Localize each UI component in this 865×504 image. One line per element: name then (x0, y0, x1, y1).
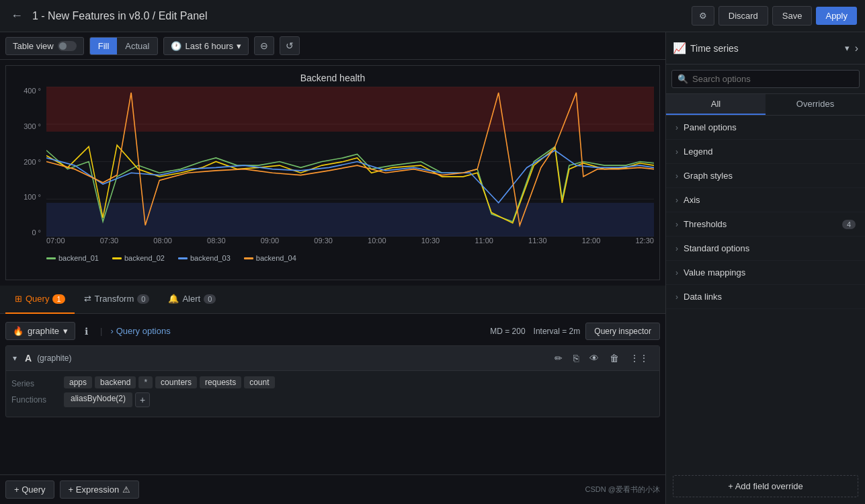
x-label-1130: 11:30 (528, 237, 547, 251)
tab-transform[interactable]: ⇄ Transform 0 (75, 286, 159, 314)
query-icon: ⊞ (15, 294, 22, 304)
x-label-0830: 08:30 (207, 237, 226, 251)
legend-dot-backend01 (46, 257, 56, 259)
query-editor-actions: ✏ ⎘ 👁 🗑 ⋮⋮ (550, 350, 653, 366)
chart-area: Backend health 400 ° 300 ° 200 ° 100 ° 0… (5, 65, 660, 280)
tag-asterisk[interactable]: * (138, 376, 153, 388)
query-delete-button[interactable]: 🗑 (606, 350, 623, 366)
series-row: Series apps backend * counters requests … (11, 376, 654, 388)
time-range-button[interactable]: 🕐 Last 6 hours ▾ (163, 37, 249, 55)
datasource-icon: 🔥 (13, 326, 24, 336)
refresh-button[interactable]: ↺ (280, 36, 300, 55)
option-panel-options[interactable]: › Panel options (666, 116, 865, 140)
add-query-button[interactable]: + Query (5, 480, 54, 499)
tab-query-label: Query (26, 294, 49, 304)
query-collapse-icon[interactable]: ▾ (13, 353, 17, 363)
graph-styles-label: Graph styles (684, 171, 733, 181)
md-label: MD = 200 (490, 327, 525, 336)
datasource-button[interactable]: 🔥 graphite ▾ (5, 322, 75, 340)
option-thresholds[interactable]: › Thresholds 4 (666, 212, 865, 237)
bottom-bar: + Query + Expression ⚠ CSDN @爱看书的小沐 (0, 474, 665, 504)
actual-button[interactable]: Actual (117, 38, 157, 54)
x-label-0730: 07:30 (100, 237, 119, 251)
thresholds-count-badge: 4 (842, 220, 856, 229)
tag-apps[interactable]: apps (64, 376, 92, 388)
axis-chevron-icon: › (675, 196, 678, 205)
zoom-out-button[interactable]: ⊖ (254, 36, 274, 55)
tag-count[interactable]: count (244, 376, 274, 388)
query-editor-body: Series apps backend * counters requests … (6, 371, 659, 417)
axis-label: Axis (684, 195, 700, 205)
settings-button[interactable]: ⚙ (692, 6, 714, 26)
x-label-0930: 09:30 (314, 237, 333, 251)
x-label-0800: 08:00 (153, 237, 172, 251)
panel-arrow-icon[interactable]: › (855, 42, 858, 54)
options-list: › Panel options › Legend › Graph styles … (666, 116, 865, 468)
legend-backend04: backend_04 (244, 254, 296, 262)
func-tag-aliasbynode[interactable]: aliasByNode(2) (64, 392, 132, 407)
query-editor-header: ▾ A (graphite) ✏ ⎘ 👁 🗑 ⋮⋮ (6, 346, 659, 371)
datasource-bar: 🔥 graphite ▾ ℹ | › Query options MD = 20… (5, 319, 660, 345)
back-button[interactable]: ← (8, 6, 26, 26)
tag-requests[interactable]: requests (200, 376, 241, 388)
query-meta: MD = 200 Interval = 2m (490, 327, 580, 336)
right-panel: 📈 Time series ▾ › 🔍 All Overrides › Pane… (665, 32, 865, 504)
datasource-info-button[interactable]: ℹ (81, 323, 92, 339)
y-label-400: 400 ° (24, 87, 41, 95)
query-copy-button[interactable]: ⎘ (569, 350, 583, 366)
data-links-chevron-icon: › (675, 292, 678, 302)
top-bar: ← 1 - New Features in v8.0 / Edit Panel … (0, 0, 865, 32)
interval-label: Interval = 2m (534, 327, 581, 336)
tab-query[interactable]: ⊞ Query 1 (5, 286, 75, 314)
filter-tabs: All Overrides (666, 94, 865, 116)
thresholds-chevron-icon: › (675, 220, 678, 229)
functions-label: Functions (11, 392, 58, 405)
right-panel-header: 📈 Time series ▾ › (666, 32, 865, 65)
series-tag-list: apps backend * counters requests count (64, 376, 275, 388)
legend-label-backend04: backend_04 (256, 254, 296, 262)
y-label-200: 200 ° (24, 158, 41, 166)
query-edit-button[interactable]: ✏ (550, 350, 567, 366)
option-graph-styles[interactable]: › Graph styles (666, 164, 865, 188)
viz-selector[interactable]: 📈 Time series ▾ (673, 42, 850, 54)
filter-tab-overrides[interactable]: Overrides (766, 94, 865, 115)
option-axis[interactable]: › Axis (666, 188, 865, 212)
add-override-button[interactable]: + Add field override (673, 475, 858, 497)
panel-options-label: Panel options (684, 122, 737, 132)
table-view-toggle[interactable]: Table view (5, 37, 84, 55)
transform-icon: ⇄ (84, 294, 91, 304)
query-options-label: Query options (116, 326, 171, 336)
filter-tab-all[interactable]: All (666, 94, 766, 115)
query-drag-button[interactable]: ⋮⋮ (626, 350, 653, 366)
discard-button[interactable]: Discard (718, 6, 768, 26)
save-button[interactable]: Save (772, 6, 813, 26)
legend-label-backend02: backend_02 (124, 254, 165, 262)
query-datasource-label: (graphite) (37, 353, 71, 363)
query-letter: A (25, 353, 32, 364)
option-legend[interactable]: › Legend (666, 140, 865, 164)
search-icon: 🔍 (677, 74, 688, 84)
apply-button[interactable]: Apply (816, 7, 857, 25)
query-options-link[interactable]: › Query options (110, 326, 170, 336)
tag-counters[interactable]: counters (155, 376, 197, 388)
query-eye-button[interactable]: 👁 (585, 350, 603, 366)
expression-warn-icon: ⚠ (122, 485, 130, 495)
tab-alert[interactable]: 🔔 Alert 0 (159, 286, 225, 314)
legend-backend03: backend_03 (178, 254, 231, 262)
tag-backend[interactable]: backend (95, 376, 136, 388)
viz-chevron-icon: ▾ (845, 43, 850, 53)
query-inspector-button[interactable]: Query inspector (585, 323, 660, 340)
chart-legend: backend_01 backend_02 backend_03 backend… (40, 251, 659, 265)
search-input[interactable] (692, 74, 854, 84)
add-expression-button[interactable]: + Expression ⚠ (60, 480, 140, 499)
search-bar: 🔍 (666, 65, 865, 94)
alert-count-badge: 0 (204, 294, 216, 304)
option-data-links[interactable]: › Data links (666, 285, 865, 309)
add-function-button[interactable]: + (135, 392, 150, 407)
fill-button[interactable]: Fill (90, 38, 118, 54)
option-standard-options[interactable]: › Standard options (666, 237, 865, 261)
option-value-mappings[interactable]: › Value mappings (666, 261, 865, 285)
svg-rect-5 (46, 87, 654, 132)
toggle-switch[interactable] (58, 41, 77, 51)
chart-svg (46, 87, 654, 237)
